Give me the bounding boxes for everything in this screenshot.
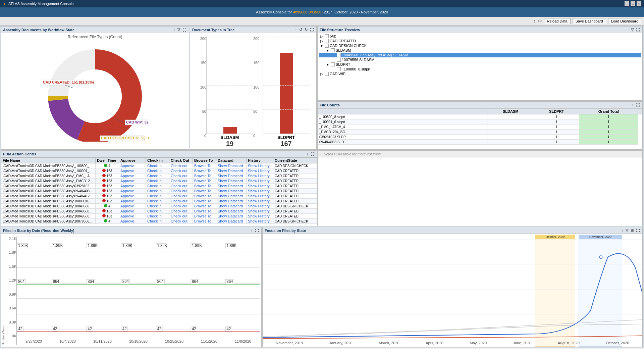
pdm-row[interactable]: \CAD\MedTronics\3D CAD Models\PBS60 Assy…	[1, 209, 317, 214]
pdm-cell-checkin[interactable]: Check in	[146, 163, 169, 168]
pdm-row[interactable]: \CAD\MedTronics\3D CAD Models\PBS60 Assy…	[1, 168, 317, 173]
history-link[interactable]: Show History	[248, 214, 270, 218]
pdm-cell-approve[interactable]: Approve	[119, 199, 146, 204]
tree-item-fan-assy[interactable]: 10049560_Fan Assy (ref ASM).SLDASM	[319, 53, 641, 57]
history-link[interactable]: Show History	[248, 194, 270, 198]
pdm-cell-history[interactable]: Show History	[247, 194, 273, 199]
checkout-link[interactable]: Check out	[171, 189, 187, 193]
approve-link[interactable]: Approve	[120, 209, 134, 213]
pdm-cell-history[interactable]: Show History	[247, 214, 273, 219]
browseto-link[interactable]: Browse To	[194, 214, 211, 218]
filecounts-row[interactable]: 039281023.SLDP... 1 1	[318, 135, 642, 140]
checkin-link[interactable]: Check in	[147, 219, 162, 223]
pdm-cell-checkout[interactable]: Check out	[169, 194, 193, 199]
pdm-cell-checkout[interactable]: Check out	[169, 184, 193, 189]
pdm-cell-datacard[interactable]: Show Datacard	[216, 163, 247, 168]
doctypes-expand-icon[interactable]: ⛶	[309, 28, 314, 32]
pdm-row[interactable]: \CAD\MedTronics\3D CAD Models\PBS60 Assy…	[1, 189, 317, 194]
tree-item-sldprt[interactable]: ▼ SLDPRT	[319, 62, 641, 67]
load-dashboard-button[interactable]: Load Dashboard	[608, 18, 641, 24]
datacard-link[interactable]: Show Datacard	[218, 174, 243, 178]
history-link[interactable]: Show History	[248, 189, 270, 193]
pdm-row[interactable]: \CAD\MedTronics\3D CAD Models\PBS60 Assy…	[1, 173, 317, 179]
history-link[interactable]: Show History	[248, 184, 270, 188]
checkout-link[interactable]: Check out	[171, 219, 187, 223]
pdm-cell-approve[interactable]: Approve	[119, 179, 146, 184]
checkin-link[interactable]: Check in	[147, 164, 162, 168]
pdm-cell-browseto[interactable]: Browse To	[193, 179, 216, 184]
approve-link[interactable]: Approve	[120, 164, 134, 168]
pdm-row[interactable]: \CAD\MedTronics\3D CAD Models\PBS60 Assy…	[1, 214, 317, 219]
datacard-link[interactable]: Show Datacard	[218, 194, 243, 198]
approve-link[interactable]: Approve	[120, 169, 134, 173]
pdm-cell-approve[interactable]: Approve	[119, 219, 146, 224]
datacard-link[interactable]: Show Datacard	[218, 209, 243, 213]
focusfiles-filter-icon[interactable]: ▽	[625, 228, 629, 233]
pdm-cell-history[interactable]: Show History	[247, 163, 273, 168]
pdm-cell-browseto[interactable]: Browse To	[193, 219, 216, 224]
donut-upload-icon[interactable]: ↑	[173, 28, 176, 32]
checkin-link[interactable]: Check in	[147, 184, 162, 188]
tree-item-sldasm2[interactable]: 10079556.SLDASM	[319, 57, 641, 62]
checkout-link[interactable]: Check out	[171, 214, 187, 218]
doctypes-upload-icon[interactable]: ↑	[294, 28, 298, 32]
pdm-cell-browseto[interactable]: Browse To	[193, 189, 216, 194]
pdm-cell-browseto[interactable]: Browse To	[193, 204, 216, 209]
tree-item-cad-design-check[interactable]: ▼ CAD DESIGN CHECK	[319, 43, 641, 48]
pdm-cell-browseto[interactable]: Browse To	[193, 214, 216, 219]
filetree-filter-icon[interactable]: ▽	[630, 28, 634, 32]
pdm-cell-checkin[interactable]: Check in	[146, 194, 169, 199]
pdm-cell-datacard[interactable]: Show Datacard	[216, 168, 247, 173]
pdm-cell-datacard[interactable]: Show Datacard	[216, 189, 247, 194]
checkout-link[interactable]: Check out	[171, 169, 187, 173]
pdm-cell-browseto[interactable]: Browse To	[193, 184, 216, 189]
approve-link[interactable]: Approve	[120, 184, 134, 188]
pdm-row[interactable]: \CAD\MedTronics\3D CAD Models\PBS60 Assy…	[1, 199, 317, 204]
filecounts-row[interactable]: _PMC_LATCH_4... 1 1	[318, 124, 642, 130]
pdm-cell-checkin[interactable]: Check in	[146, 209, 169, 214]
pdm-cell-history[interactable]: Show History	[247, 168, 273, 173]
pdm-cell-checkin[interactable]: Check in	[146, 179, 169, 184]
pdm-cell-browseto[interactable]: Browse To	[193, 194, 216, 199]
checkin-link[interactable]: Check in	[147, 179, 162, 183]
filecounts-row[interactable]: 09-48-4038.SLD... 1 1	[318, 140, 642, 145]
browseto-link[interactable]: Browse To	[194, 164, 211, 168]
pdm-cell-history[interactable]: Show History	[247, 184, 273, 189]
datacard-link[interactable]: Show Datacard	[218, 214, 243, 218]
checkin-link[interactable]: Check in	[147, 199, 162, 203]
pdm-cell-datacard[interactable]: Show Datacard	[216, 173, 247, 179]
sldprt-bar[interactable]	[280, 53, 293, 134]
approve-link[interactable]: Approve	[120, 194, 134, 198]
pdm-cell-datacard[interactable]: Show Datacard	[216, 184, 247, 189]
checkin-link[interactable]: Check in	[147, 194, 162, 198]
pdm-cell-checkout[interactable]: Check out	[169, 179, 193, 184]
checkout-link[interactable]: Check out	[171, 209, 187, 213]
history-link[interactable]: Show History	[248, 199, 270, 203]
filecounts-row[interactable]: _PMCD1204_BO... 1 1	[318, 130, 642, 135]
donut-filter-icon[interactable]: ▽	[177, 28, 181, 32]
datacard-link[interactable]: Show Datacard	[218, 169, 243, 173]
filetree-expand-icon[interactable]: ⛶	[635, 28, 640, 32]
approve-link[interactable]: Approve	[120, 214, 134, 218]
pdm-upload-icon[interactable]: ↑	[306, 152, 309, 156]
pdm-cell-checkin[interactable]: Check in	[146, 214, 169, 219]
checkout-link[interactable]: Check out	[171, 199, 187, 203]
browseto-link[interactable]: Browse To	[194, 169, 211, 173]
filesbydate-expand-icon[interactable]: ⛶	[254, 229, 259, 233]
pdm-cell-checkin[interactable]: Check in	[146, 173, 169, 179]
browseto-link[interactable]: Browse To	[194, 179, 211, 183]
tree-item-sldprt1[interactable]: _100800_8.sldprt	[319, 67, 641, 71]
pdm-cell-approve[interactable]: Approve	[119, 168, 146, 173]
pdm-cell-browseto[interactable]: Browse To	[193, 209, 216, 214]
checkin-link[interactable]: Check in	[147, 214, 162, 218]
checkin-link[interactable]: Check in	[147, 189, 162, 193]
checkout-link[interactable]: Check out	[171, 164, 187, 168]
history-link[interactable]: Show History	[248, 164, 270, 168]
pdm-cell-history[interactable]: Show History	[247, 189, 273, 194]
doctypes-undo-icon[interactable]: ↺	[299, 28, 303, 32]
approve-link[interactable]: Approve	[120, 219, 134, 223]
pdm-cell-browseto[interactable]: Browse To	[193, 173, 216, 179]
history-link[interactable]: Show History	[248, 179, 270, 183]
pdm-cell-approve[interactable]: Approve	[119, 194, 146, 199]
approve-link[interactable]: Approve	[120, 189, 134, 193]
